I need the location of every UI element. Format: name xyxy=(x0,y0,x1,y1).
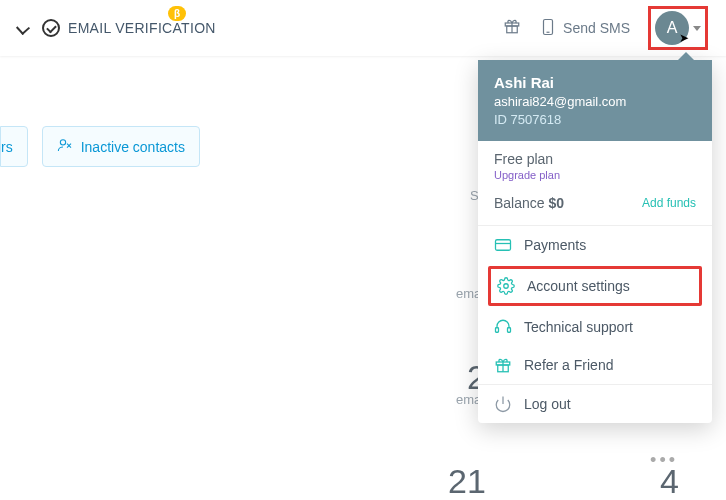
send-sms-label: Send SMS xyxy=(563,20,630,36)
menu-item-label: Account settings xyxy=(527,278,630,294)
highlight-account-settings: Account settings xyxy=(488,266,702,306)
beta-badge: β xyxy=(168,6,186,21)
balance-text: Balance $0 xyxy=(494,195,564,211)
user-id: ID 7507618 xyxy=(494,112,696,127)
menu-item-technical-support[interactable]: Technical support xyxy=(478,308,712,346)
add-funds-link[interactable]: Add funds xyxy=(642,196,696,210)
user-x-icon xyxy=(57,137,73,156)
power-icon xyxy=(494,395,512,413)
emails-count: 21 xyxy=(448,462,486,500)
chip-label: rs xyxy=(1,139,13,155)
phone-icon xyxy=(539,18,557,39)
svg-rect-11 xyxy=(508,328,511,333)
plan-name: Free plan xyxy=(494,151,696,167)
svg-point-4 xyxy=(60,140,65,145)
svg-rect-7 xyxy=(496,240,511,251)
credit-card-icon xyxy=(494,236,512,254)
user-menu: Ashi Rai ashirai824@gmail.com ID 7507618… xyxy=(478,60,712,423)
send-sms-button[interactable]: Send SMS xyxy=(539,18,630,39)
plan-section: Free plan Upgrade plan xyxy=(478,141,712,185)
email-verification-tab[interactable]: EMAIL VERIFICATION xyxy=(18,19,216,37)
gift-icon xyxy=(494,356,512,374)
avatar-button[interactable]: A ➤ xyxy=(648,6,708,50)
menu-item-account-settings[interactable]: Account settings xyxy=(497,275,693,297)
svg-rect-10 xyxy=(496,328,499,333)
chip-label: Inactive contacts xyxy=(81,139,185,155)
menu-item-label: Technical support xyxy=(524,319,633,335)
letter-s-fragment xyxy=(16,21,30,35)
menu-item-label: Log out xyxy=(524,396,571,412)
filter-chip-inactive-contacts[interactable]: Inactive contacts xyxy=(42,126,200,167)
menu-item-label: Payments xyxy=(524,237,586,253)
more-icon[interactable]: ••• xyxy=(650,450,678,471)
chevron-down-icon xyxy=(693,26,701,31)
check-circle-icon xyxy=(42,19,60,37)
filter-chip-fragment[interactable]: rs xyxy=(0,126,28,167)
email-verification-label: EMAIL VERIFICATION xyxy=(68,20,216,36)
menu-item-refer-friend[interactable]: Refer a Friend xyxy=(478,346,712,384)
topbar-right: Send SMS A ➤ xyxy=(503,6,708,50)
svg-point-9 xyxy=(504,284,509,289)
menu-item-logout[interactable]: Log out xyxy=(478,385,712,423)
gift-icon[interactable] xyxy=(503,17,521,39)
user-name: Ashi Rai xyxy=(494,74,696,91)
balance-row: Balance $0 Add funds xyxy=(478,185,712,226)
filter-chips: rs Inactive contacts xyxy=(0,126,200,167)
menu-item-label: Refer a Friend xyxy=(524,357,613,373)
gear-icon xyxy=(497,277,515,295)
avatar: A xyxy=(655,11,689,45)
upgrade-plan-link[interactable]: Upgrade plan xyxy=(494,169,696,181)
user-menu-header: Ashi Rai ashirai824@gmail.com ID 7507618 xyxy=(478,60,712,141)
user-email: ashirai824@gmail.com xyxy=(494,94,696,109)
topbar: EMAIL VERIFICATION β Send SMS A ➤ xyxy=(0,0,726,56)
headset-icon xyxy=(494,318,512,336)
menu-item-payments[interactable]: Payments xyxy=(478,226,712,264)
